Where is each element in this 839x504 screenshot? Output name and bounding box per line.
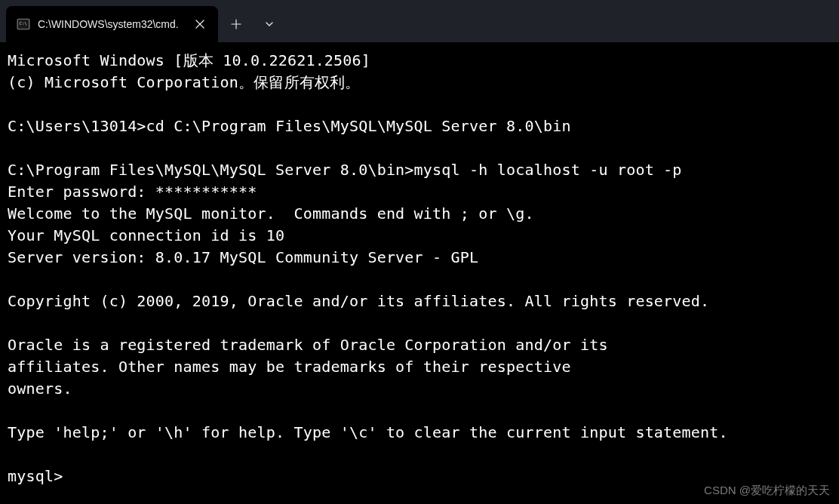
dropdown-button[interactable]	[254, 9, 284, 39]
tab-title: C:\WINDOWS\system32\cmd.	[38, 18, 179, 30]
terminal-output[interactable]: Microsoft Windows [版本 10.0.22621.2506] (…	[0, 42, 839, 495]
terminal-tab[interactable]: C:\ C:\WINDOWS\system32\cmd.	[6, 6, 218, 42]
watermark: CSDN @爱吃柠檬的天天	[704, 484, 830, 498]
svg-text:C:\: C:\	[19, 21, 26, 26]
new-tab-button[interactable]	[221, 9, 251, 39]
tab-controls	[221, 6, 284, 42]
terminal-icon: C:\	[17, 17, 30, 31]
window-titlebar[interactable]: C:\ C:\WINDOWS\system32\cmd.	[0, 0, 839, 42]
tab-close-button[interactable]	[191, 15, 209, 33]
